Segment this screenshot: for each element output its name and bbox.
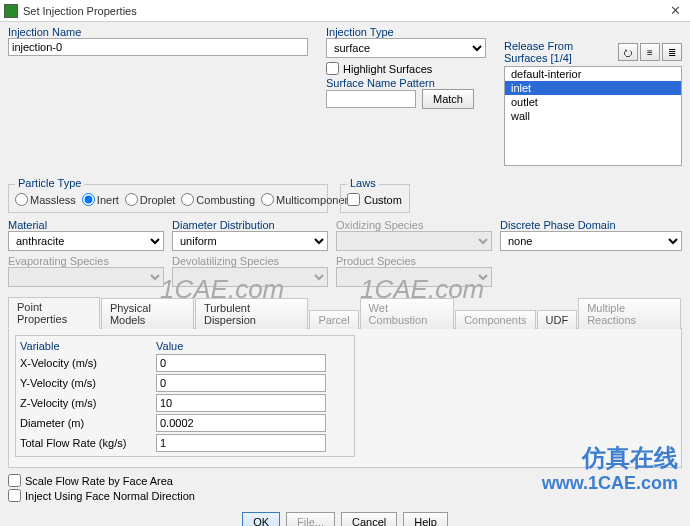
radio-combusting[interactable]: Combusting [181,193,255,206]
highlight-checkbox[interactable] [326,62,339,75]
radio-inert[interactable]: Inert [82,193,119,206]
laws-custom-check[interactable]: Custom [347,193,403,206]
prop-var: Total Flow Rate (kg/s) [20,437,150,449]
product-label: Product Species [336,255,492,267]
custom-checkbox[interactable] [347,193,360,206]
prop-value-input[interactable] [156,354,326,372]
injection-name-input[interactable] [8,38,308,56]
inject-checkbox[interactable] [8,489,21,502]
diameter-dist-label: Diameter Distribution [172,219,328,231]
tab-point-properties[interactable]: Point Properties [8,297,100,329]
tab-turbulent-dispersion[interactable]: Turbulent Dispersion [195,298,308,329]
col-variable: Variable [20,340,150,352]
list-item[interactable]: default-interior [505,67,681,81]
scale-flow-check[interactable]: Scale Flow Rate by Face Area [8,474,682,487]
tab-parcel: Parcel [309,310,358,329]
prop-var: Z-Velocity (m/s) [20,397,150,409]
prop-value-input[interactable] [156,394,326,412]
product-select [336,267,492,287]
diameter-dist-select[interactable]: uniform [172,231,328,251]
help-button[interactable]: Help [403,512,448,526]
tab-udf[interactable]: UDF [537,310,578,329]
list-icon[interactable]: ≡ [640,43,660,61]
list-item[interactable]: inlet [505,81,681,95]
release-surface-list[interactable]: default-interior inlet outlet wall [504,66,682,166]
prop-var: Diameter (m) [20,417,150,429]
prop-value-input[interactable] [156,434,326,452]
prop-value-input[interactable] [156,374,326,392]
injection-type-select[interactable]: surface [326,38,486,58]
file-button[interactable]: File... [286,512,335,526]
select-all-icon[interactable]: ⭮ [618,43,638,61]
injection-name-label: Injection Name [8,26,318,38]
tab-components: Components [455,310,535,329]
evaporating-select [8,267,164,287]
surface-pattern-label: Surface Name Pattern [326,77,496,89]
content-area: Injection Name Injection Type surface Hi… [0,22,690,526]
devolatilizing-label: Devolatilizing Species [172,255,328,267]
particle-type-label: Particle Type [15,177,84,189]
evaporating-label: Evaporating Species [8,255,164,267]
window-title: Set Injection Properties [23,5,664,17]
point-props-group: Variable Value X-Velocity (m/s)Y-Velocit… [15,335,355,457]
discrete-domain-label: Discrete Phase Domain [500,219,682,231]
material-select[interactable]: anthracite [8,231,164,251]
tab-multiple-reactions: Multiple Reactions [578,298,681,329]
tabstrip: Point Properties Physical Models Turbule… [8,297,682,329]
titlebar: Set Injection Properties ✕ [0,0,690,22]
injection-type-label: Injection Type [326,26,496,38]
app-icon [4,4,18,18]
radio-massless[interactable]: Massless [15,193,76,206]
ok-button[interactable]: OK [242,512,280,526]
material-label: Material [8,219,164,231]
laws-label: Laws [347,177,379,189]
oxidizing-select [336,231,492,251]
highlight-surfaces-check[interactable]: Highlight Surfaces [326,62,496,75]
highlight-label: Highlight Surfaces [343,63,432,75]
prop-var: X-Velocity (m/s) [20,357,150,369]
list-item[interactable]: outlet [505,95,681,109]
laws-group: Laws Custom [340,184,410,213]
prop-var: Y-Velocity (m/s) [20,377,150,389]
prop-value-input[interactable] [156,414,326,432]
discrete-domain-select[interactable]: none [500,231,682,251]
toggle-icon[interactable]: ≣ [662,43,682,61]
match-button[interactable]: Match [422,89,474,109]
tab-physical-models[interactable]: Physical Models [101,298,194,329]
col-value: Value [156,340,183,352]
radio-droplet[interactable]: Droplet [125,193,175,206]
tab-body: Variable Value X-Velocity (m/s)Y-Velocit… [8,328,682,468]
inject-normal-check[interactable]: Inject Using Face Normal Direction [8,489,682,502]
tab-wet-combustion: Wet Combustion [360,298,455,329]
scale-checkbox[interactable] [8,474,21,487]
cancel-button[interactable]: Cancel [341,512,397,526]
release-label: Release From Surfaces [1/4] [504,40,616,64]
devolatilizing-select [172,267,328,287]
close-icon[interactable]: ✕ [664,3,686,18]
oxidizing-label: Oxidizing Species [336,219,492,231]
footer-buttons: OK File... Cancel Help [8,512,682,526]
particle-type-group: Particle Type Massless Inert Droplet Com… [8,184,328,213]
surface-pattern-input[interactable] [326,90,416,108]
list-item[interactable]: wall [505,109,681,123]
